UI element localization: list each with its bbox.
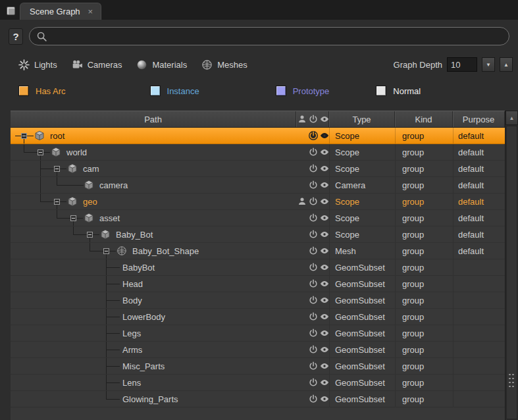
visibility-eye-icon[interactable] (320, 147, 329, 157)
tree-line (40, 155, 41, 160)
search-input[interactable] (52, 32, 502, 41)
column-header-purpose[interactable]: Purpose (453, 111, 505, 127)
activation-power-icon[interactable] (309, 328, 318, 338)
activation-power-icon[interactable] (309, 361, 318, 371)
filter-materials[interactable]: Materials (136, 59, 187, 70)
tree-row-Glowing_Parts[interactable]: Glowing_PartsGeomSubsetgroup (11, 391, 505, 407)
column-header-kind[interactable]: Kind (395, 111, 453, 127)
search-box[interactable] (29, 27, 509, 45)
activation-power-icon[interactable] (309, 246, 318, 255)
tab-scene-graph[interactable]: Scene Graph × (20, 3, 101, 20)
activation-power-icon[interactable] (309, 230, 318, 239)
tree-row-BabyBot[interactable]: BabyBotGeomSubsetgroup (11, 259, 505, 276)
tree-row-Body[interactable]: BodyGeomSubsetgroup (11, 292, 505, 309)
scrollbar-track[interactable] (505, 125, 518, 420)
tree-row-cam[interactable]: camScopegroupdefault (11, 161, 505, 177)
tree-row-Arms[interactable]: ArmsGeomSubsetgroup (11, 342, 505, 358)
tree-row-world[interactable]: worldScopegroupdefault (11, 144, 505, 161)
tree-line (106, 399, 120, 400)
tree-row-Baby_Bot_Shape[interactable]: Baby_Bot_ShapeMeshgroupdefault (11, 243, 505, 259)
activation-power-icon[interactable] (309, 147, 318, 157)
activation-power-icon[interactable] (309, 180, 318, 190)
visibility-eye-icon[interactable] (320, 164, 329, 173)
tree-line (106, 333, 120, 334)
filter-lights[interactable]: Lights (18, 59, 57, 70)
activation-power-icon[interactable] (309, 213, 318, 223)
activation-power-icon[interactable] (309, 312, 318, 321)
tree-row-Misc_Parts[interactable]: Misc_PartsGeomSubsetgroup (11, 358, 505, 375)
column-header-type[interactable]: Type (329, 111, 395, 127)
activation-power-icon[interactable] (309, 263, 318, 272)
tree-expander[interactable] (54, 166, 60, 172)
tree-row-root[interactable]: rootScopegroupdefault (11, 128, 505, 144)
filter-meshes[interactable]: Meshes (201, 59, 247, 70)
visibility-eye-icon[interactable] (320, 312, 329, 321)
column-header-path[interactable]: Path (11, 111, 296, 127)
activation-power-icon[interactable] (309, 394, 318, 404)
tree-expander[interactable] (54, 199, 60, 205)
tree-line (90, 251, 103, 251)
activation-power-icon[interactable] (309, 378, 318, 387)
graph-depth-decrease-button[interactable]: ▼ (482, 57, 495, 72)
visibility-eye-icon[interactable] (320, 328, 329, 338)
tree-row-Legs[interactable]: LegsGeomSubsetgroup (11, 325, 505, 342)
visibility-eye-icon[interactable] (320, 180, 329, 190)
visibility-eye-icon[interactable] (320, 213, 329, 223)
activation-power-icon[interactable] (309, 279, 318, 288)
visibility-eye-icon[interactable] (320, 378, 329, 387)
path-cell: Baby_Bot (11, 226, 296, 242)
visibility-eye-icon[interactable] (320, 279, 329, 288)
prim-purpose: default (453, 210, 505, 226)
search-row: ? (0, 20, 518, 53)
path-cell: asset (11, 210, 296, 226)
activation-power-icon[interactable] (309, 164, 318, 173)
visibility-eye-icon[interactable] (320, 230, 329, 239)
tree-row-Lens[interactable]: LensGeomSubsetgroup (11, 375, 505, 391)
visibility-eye-icon[interactable] (320, 296, 329, 305)
visibility-eye-icon[interactable] (320, 131, 329, 140)
visibility-eye-icon[interactable] (320, 394, 329, 404)
visibility-eye-icon[interactable] (320, 197, 329, 206)
instance-label: Instance (167, 86, 199, 96)
prim-purpose (453, 375, 505, 390)
path-cell: Head (11, 276, 296, 292)
prim-type: GeomSubset (329, 342, 395, 357)
tree-row-asset[interactable]: assetScopegroupdefault (11, 210, 505, 226)
vertical-scrollbar[interactable]: ▲ (505, 111, 518, 420)
mesh-icon (201, 59, 213, 70)
visibility-eye-icon[interactable] (320, 246, 329, 255)
graph-depth-input[interactable] (447, 57, 477, 72)
person-icon[interactable] (298, 197, 307, 206)
visibility-eye-icon[interactable] (320, 361, 329, 371)
activation-power-icon[interactable] (309, 345, 318, 354)
help-button[interactable]: ? (9, 28, 23, 45)
graph-depth-increase-button[interactable]: ▲ (500, 57, 513, 72)
tree-expander[interactable] (38, 149, 43, 155)
prim-purpose: default (453, 144, 505, 160)
prim-kind: group (395, 391, 453, 407)
legend-has-arc: Has Arc (18, 86, 66, 96)
activation-power-icon[interactable] (309, 197, 318, 206)
pane-menu-icon[interactable] (1, 1, 20, 20)
visibility-eye-icon[interactable] (320, 345, 329, 354)
table-main: Path Type Kind Purpose rootScopegroupdef… (11, 111, 505, 420)
visibility-eye-icon[interactable] (320, 263, 329, 272)
activation-power-icon[interactable] (309, 296, 318, 305)
graph-depth-label: Graph Depth (394, 60, 442, 70)
tree-expander[interactable] (103, 248, 109, 254)
tree-row-geo[interactable]: geoScopegroupdefault (11, 194, 505, 210)
tree-row-Baby_Bot[interactable]: Baby_BotScopegroupdefault (11, 226, 505, 243)
tree-row-Head[interactable]: HeadGeomSubsetgroup (11, 276, 505, 292)
activation-power-icon[interactable] (309, 131, 318, 140)
scroll-up-button[interactable]: ▲ (505, 111, 518, 125)
filter-cameras[interactable]: Cameras (72, 59, 122, 70)
tab-title: Scene Graph (30, 7, 80, 16)
normal-swatch (376, 86, 386, 96)
tree-expander[interactable] (70, 215, 76, 221)
tree-row-camera[interactable]: cameraCameragroupdefault (11, 177, 505, 194)
tree-expander[interactable] (21, 133, 27, 139)
tree-row-LowerBody[interactable]: LowerBodyGeomSubsetgroup (11, 309, 505, 325)
prim-purpose (453, 276, 505, 292)
close-icon[interactable]: × (88, 7, 93, 16)
tree-expander[interactable] (87, 232, 93, 238)
